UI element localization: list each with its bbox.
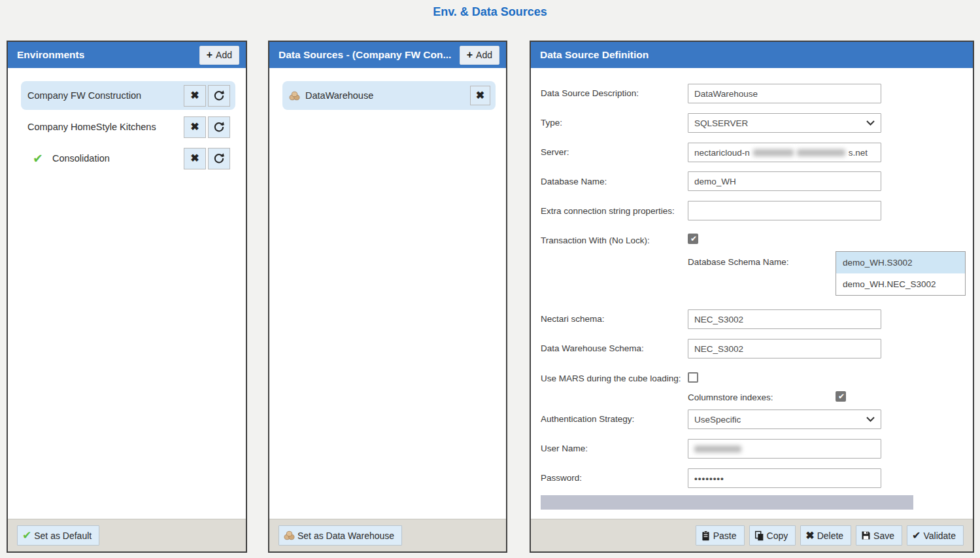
server-input[interactable]: nectaricloud-n s.net [688, 143, 881, 162]
nectari-schema-input[interactable] [688, 309, 881, 329]
columnstore-label: Columnstore indexes: [688, 392, 773, 402]
type-select[interactable]: SQLSERVER [688, 113, 881, 133]
auth-strategy-label: Authentication Strategy: [541, 414, 634, 424]
delete-datasource-button[interactable]: ✖ [470, 86, 490, 105]
close-icon: ✖ [476, 90, 484, 101]
schema-option[interactable]: demo_WH.S3002 [836, 252, 965, 273]
user-name-label: User Name: [541, 444, 588, 453]
close-icon: ✖ [805, 531, 814, 541]
server-label: Server: [541, 147, 569, 157]
refresh-icon [213, 152, 225, 164]
close-icon: ✖ [190, 122, 199, 132]
datasource-label: DataWarehouse [305, 90, 373, 101]
page-title: Env. & Data Sources [0, 5, 980, 19]
definition-panel-title: Data Source Definition [540, 49, 649, 61]
validate-button[interactable]: ✔ Validate [907, 525, 964, 546]
password-label: Password: [541, 473, 582, 483]
delete-environment-button[interactable]: ✖ [184, 85, 206, 107]
refresh-icon [213, 121, 225, 133]
redacted-text [694, 445, 741, 453]
refresh-environment-button[interactable] [208, 148, 230, 169]
user-name-input[interactable] [688, 439, 881, 459]
chevron-down-icon [866, 417, 875, 422]
definition-form: Data Source Description: Type: SQLSERVER… [531, 68, 973, 519]
environment-row[interactable]: Company HomeStyle Kitchens ✖ [21, 113, 235, 141]
datasource-row[interactable]: DataWarehouse ✖ [282, 81, 496, 110]
redacted-text [797, 149, 845, 156]
paste-button[interactable]: Paste [696, 525, 745, 546]
add-datasource-button[interactable]: + Add [460, 46, 499, 65]
schema-option[interactable]: demo_WH.NEC_S3002 [836, 273, 965, 295]
environment-row[interactable]: ✔ Consolidation ✖ [21, 144, 235, 173]
copy-button[interactable]: Copy [749, 525, 796, 546]
progress-bar [541, 495, 913, 510]
delete-environment-button[interactable]: ✖ [184, 116, 206, 138]
use-mars-checkbox[interactable] [688, 372, 698, 383]
default-check-icon: ✔ [33, 151, 43, 166]
extra-props-input[interactable] [688, 201, 881, 220]
chevron-down-icon [866, 120, 875, 126]
transaction-nolock-label: Transaction With (No Lock): [541, 235, 650, 245]
datasources-list: DataWarehouse ✖ [269, 68, 506, 519]
columnstore-checkbox[interactable] [836, 391, 846, 402]
environments-panel: Environments + Add Company FW Constructi… [7, 41, 247, 553]
definition-panel-header: Data Source Definition [531, 42, 973, 68]
description-label: Data Source Description: [541, 88, 639, 98]
refresh-icon [213, 90, 225, 101]
warehouse-icon [284, 531, 295, 540]
dw-schema-input[interactable] [688, 339, 881, 358]
set-as-data-warehouse-button[interactable]: Set as Data Warehouse [279, 525, 402, 546]
check-icon: ✔ [912, 531, 921, 541]
datasources-panel-footer: Set as Data Warehouse [269, 519, 506, 551]
use-mars-label: Use MARS during the cube loading: [541, 374, 681, 383]
close-icon: ✖ [190, 153, 199, 164]
plus-icon: + [467, 49, 473, 61]
nectari-schema-label: Nectari schema: [541, 314, 605, 324]
save-icon [861, 531, 871, 540]
copy-icon [754, 531, 764, 541]
refresh-environment-button[interactable] [208, 85, 230, 107]
set-as-default-button[interactable]: ✔ Set as Default [17, 525, 99, 546]
type-label: Type: [541, 118, 562, 128]
definition-panel: Data Source Definition Data Source Descr… [530, 41, 974, 553]
environments-panel-header: Environments + Add [8, 42, 246, 68]
password-input[interactable] [688, 468, 881, 488]
save-button[interactable]: Save [856, 525, 902, 546]
datasources-panel-header: Data Sources - (Company FW Con... + Add [269, 42, 506, 68]
database-name-label: Database Name: [541, 177, 607, 186]
auth-strategy-select[interactable]: UseSpecific [688, 410, 881, 429]
datasources-panel: Data Sources - (Company FW Con... + Add … [268, 41, 507, 553]
environment-label: Company HomeStyle Kitchens [27, 122, 156, 132]
close-icon: ✖ [190, 90, 199, 101]
database-name-input[interactable] [688, 171, 881, 191]
schema-listbox: demo_WH.S3002 demo_WH.NEC_S3002 [836, 251, 966, 296]
check-icon: ✔ [22, 529, 31, 542]
plus-icon: + [207, 49, 212, 61]
environment-row[interactable]: Company FW Construction ✖ [21, 81, 235, 110]
delete-button[interactable]: ✖ Delete [800, 525, 851, 546]
datasources-panel-title: Data Sources - (Company FW Con... [279, 49, 451, 61]
paste-icon [701, 531, 711, 541]
extra-props-label: Extra connection string properties: [541, 206, 675, 216]
schema-list-label: Database Schema Name: [688, 257, 789, 267]
definition-panel-footer: Paste Copy ✖ Delete Save ✔ Validate [531, 519, 973, 551]
description-input[interactable] [688, 84, 881, 103]
warehouse-icon [289, 91, 300, 101]
delete-environment-button[interactable]: ✖ [184, 148, 206, 169]
add-environment-button[interactable]: + Add [199, 46, 239, 65]
environment-label: Consolidation [52, 153, 110, 164]
transaction-nolock-checkbox[interactable] [688, 234, 698, 244]
dw-schema-label: Data Warehouse Schema: [541, 343, 644, 353]
environment-label: Company FW Construction [27, 90, 141, 101]
environments-list: Company FW Construction ✖ Company HomeSt… [8, 68, 246, 519]
refresh-environment-button[interactable] [208, 116, 230, 138]
environments-panel-footer: ✔ Set as Default [8, 519, 246, 551]
redacted-text [753, 149, 794, 156]
environments-panel-title: Environments [17, 49, 84, 61]
